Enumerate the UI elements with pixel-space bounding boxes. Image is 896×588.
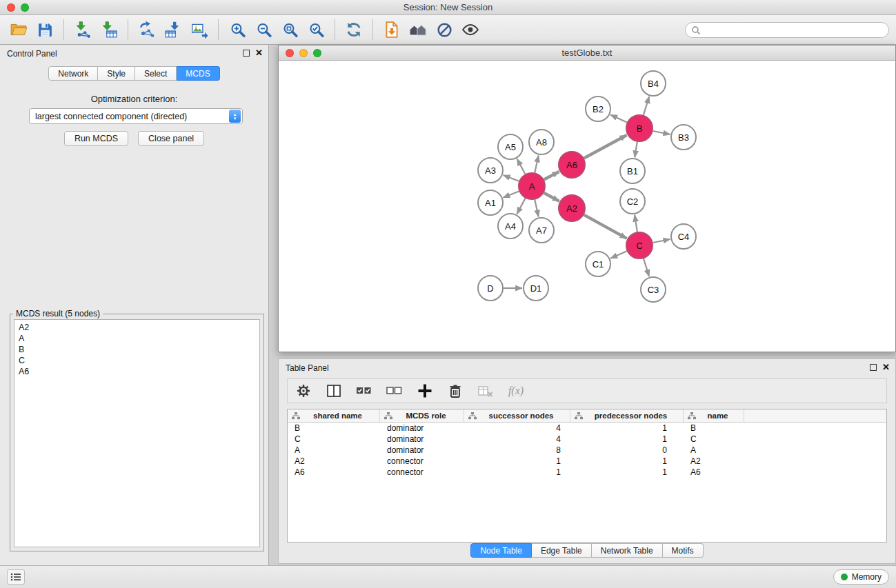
zoom-window-button[interactable] (21, 3, 29, 12)
network-close-button[interactable] (286, 49, 294, 57)
graph-edge-B-B1[interactable] (635, 142, 637, 158)
table-row[interactable]: A2connector11A2 (288, 456, 886, 467)
add-column-button[interactable] (416, 382, 434, 400)
tab-mcds[interactable]: MCDS (177, 66, 219, 81)
show-columns-button[interactable] (325, 382, 343, 400)
close-panel-button[interactable]: ✕ (255, 50, 263, 57)
column-header[interactable]: name (684, 409, 744, 422)
column-header[interactable]: predecessor nodes (570, 409, 684, 422)
table-settings-button[interactable] (295, 382, 312, 400)
graph-node-A6[interactable]: A6 (559, 152, 585, 178)
table-row[interactable]: Cdominator41C (288, 434, 886, 445)
export-network-button[interactable] (134, 17, 160, 42)
tab-network[interactable]: Network (48, 66, 98, 81)
search-input[interactable] (704, 26, 883, 35)
delete-table-button-disabled[interactable] (477, 382, 495, 400)
graph-edge-A-A3[interactable] (504, 175, 519, 181)
node-table[interactable]: shared nameMCDS rolesuccessor nodesprede… (287, 409, 887, 543)
graph-edge-A-A6[interactable] (544, 172, 559, 180)
zoom-in-button[interactable] (224, 17, 250, 42)
import-network-button[interactable] (70, 17, 96, 42)
deselect-all-button[interactable] (386, 382, 404, 400)
memory-button[interactable]: Memory (833, 569, 889, 585)
refresh-button[interactable] (341, 17, 367, 42)
graph-node-D[interactable]: D (478, 276, 503, 301)
graph-edge-C-C3[interactable] (644, 258, 649, 276)
graph-node-C2[interactable]: C2 (620, 189, 645, 214)
fit-content-button[interactable] (405, 17, 431, 42)
network-minimize-button[interactable] (299, 49, 308, 57)
mcds-result-item[interactable]: B (14, 344, 259, 355)
graph-node-B3[interactable]: B3 (671, 125, 696, 150)
table-row[interactable]: Adominator80A (288, 445, 886, 456)
network-window-titlebar[interactable]: testGlobe.txt (279, 45, 895, 61)
graph-node-D1[interactable]: D1 (524, 276, 548, 301)
mcds-result-item[interactable]: C (14, 355, 259, 366)
mcds-result-list[interactable]: A2ABCA6 (14, 319, 260, 547)
float-table-panel-button[interactable] (870, 364, 877, 371)
graph-node-A3[interactable]: A3 (478, 158, 503, 183)
delete-column-button[interactable] (446, 382, 464, 400)
graph-node-B1[interactable]: B1 (620, 159, 645, 183)
graph-node-A2[interactable]: A2 (559, 195, 585, 221)
graph-node-A[interactable]: A (519, 173, 545, 199)
graph-node-B4[interactable]: B4 (641, 71, 666, 96)
graph-node-A8[interactable]: A8 (529, 130, 554, 154)
export-image-button[interactable] (186, 17, 212, 42)
graph-edge-A-A2[interactable] (544, 193, 559, 201)
graph-edge-A6-B[interactable] (584, 135, 627, 158)
graph-edge-B-B4[interactable] (644, 97, 649, 115)
graph-node-C1[interactable]: C1 (586, 252, 610, 276)
network-canvas[interactable]: B4B2BB3A5A8A6B1A3AC2A1A2A4A7C4CC1C3DD1 (279, 61, 895, 352)
graph-node-C4[interactable]: C4 (671, 224, 696, 249)
graph-edge-A2-C[interactable] (584, 215, 627, 239)
open-session-button[interactable] (6, 17, 32, 42)
graph-node-A7[interactable]: A7 (529, 218, 554, 243)
close-panel-button-2[interactable]: Close panel (138, 131, 204, 146)
graph-node-A1[interactable]: A1 (478, 190, 503, 215)
graph-node-A5[interactable]: A5 (498, 134, 523, 159)
tab-edge-table[interactable]: Edge Table (532, 543, 592, 558)
graph-edge-A-A4[interactable] (517, 199, 525, 214)
zoom-selected-button[interactable] (303, 17, 329, 42)
mcds-result-item[interactable]: A (14, 333, 259, 344)
show-graphics-button[interactable] (457, 17, 484, 42)
float-panel-button[interactable] (243, 50, 250, 57)
close-window-button[interactable] (7, 3, 15, 12)
graph-node-B2[interactable]: B2 (586, 97, 610, 121)
run-mcds-button[interactable]: Run MCDS (64, 131, 128, 146)
tab-node-table[interactable]: Node Table (470, 543, 532, 558)
export-table-button[interactable] (160, 17, 186, 42)
graph-node-C3[interactable]: C3 (641, 277, 666, 302)
graph-edge-A-A7[interactable] (535, 200, 538, 217)
column-header[interactable]: shared name (288, 409, 380, 422)
task-history-button[interactable] (7, 569, 25, 585)
import-table-button[interactable] (96, 17, 122, 42)
select-all-button[interactable] (355, 382, 373, 400)
tab-select[interactable]: Select (135, 66, 177, 81)
hide-graphics-button[interactable] (431, 17, 457, 42)
graph-edge-A-A1[interactable] (504, 191, 519, 197)
graph-edge-A-A8[interactable] (535, 156, 538, 173)
graph-node-B[interactable]: B (626, 115, 653, 141)
mcds-result-item[interactable]: A2 (14, 322, 259, 333)
graph-node-A4[interactable]: A4 (498, 214, 523, 239)
column-header[interactable]: successor nodes (464, 409, 570, 422)
table-row[interactable]: A6connector11A6 (288, 467, 886, 478)
graph-edge-C-C4[interactable] (653, 239, 670, 243)
function-builder-button-disabled[interactable]: f(x) (507, 382, 525, 400)
zoom-fit-button[interactable] (277, 17, 303, 42)
graph-edge-B-B3[interactable] (653, 131, 670, 134)
open-recent-file-button[interactable] (379, 17, 405, 42)
save-session-button[interactable] (32, 17, 58, 42)
search-field[interactable] (685, 22, 889, 38)
tab-network-table[interactable]: Network Table (592, 543, 663, 558)
criterion-dropdown[interactable]: largest connected component (directed) ▲… (29, 108, 243, 124)
graph-edge-C-C1[interactable] (610, 251, 627, 258)
zoom-out-button[interactable] (250, 17, 277, 42)
close-table-panel-button[interactable]: ✕ (882, 364, 890, 371)
graph-node-C[interactable]: C (626, 232, 653, 258)
mcds-result-item[interactable]: A6 (14, 366, 259, 377)
tab-motifs[interactable]: Motifs (663, 543, 704, 558)
graph-edge-A-A5[interactable] (517, 159, 526, 174)
